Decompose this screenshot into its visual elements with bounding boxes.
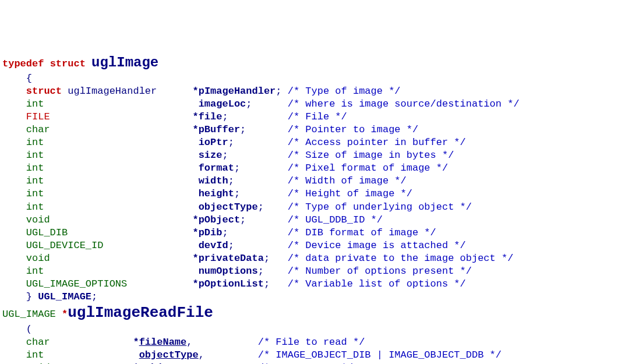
- member-comment: /* Access pointer in buffer */: [288, 137, 466, 148]
- member-comment: /* Size of image in bytes */: [288, 150, 454, 161]
- member-name: devId: [199, 240, 228, 251]
- member-comment: /* Number of options present */: [288, 266, 472, 277]
- member-comment: /* where is image source/destination */: [288, 98, 520, 109]
- member-name: objectType: [199, 202, 258, 213]
- code-line: (: [2, 323, 623, 336]
- member-name: format: [199, 162, 234, 174]
- code-line: UGL_DEVICE_ID devId; /* Device image is …: [2, 239, 623, 252]
- pointer-star: *: [192, 253, 198, 264]
- code-line: int width; /* Width of image */: [2, 175, 623, 188]
- member-comment: /* Width of image */: [288, 175, 407, 186]
- member-type-keyword: struct: [26, 86, 62, 97]
- code-line: void *pObject; /* UGL_DDB_ID */: [2, 214, 623, 227]
- code-line: UGL_IMAGE_OPTIONS *pOptionList; /* Varia…: [2, 278, 623, 291]
- member-type: UGL_IMAGE_OPTIONS: [26, 278, 193, 289]
- member-type: FILE: [26, 111, 193, 122]
- semicolon: ;: [240, 214, 246, 225]
- typedef-keyword: typedef: [2, 58, 44, 69]
- member-name: pImageHandler: [199, 86, 276, 97]
- member-type: UGL_DIB: [26, 227, 193, 238]
- pointer-star: *: [62, 309, 68, 320]
- code-line: {: [2, 72, 623, 85]
- struct-name: uglImage: [91, 55, 158, 70]
- member-name: size: [199, 150, 223, 161]
- member-type: int: [26, 98, 193, 109]
- semicolon: ;: [258, 202, 264, 213]
- close-brace: }: [26, 291, 32, 302]
- code-line: int objectType, /* IMAGE_OBJECT_DIB | IM…: [2, 349, 623, 362]
- code-line: UGL_DIB *pDib; /* DIB format of image */: [2, 227, 623, 239]
- semicolon: ;: [222, 111, 228, 122]
- semicolon: ;: [264, 253, 270, 264]
- semicolon: ;: [258, 266, 264, 277]
- code-line: struct uglImageHandler *pImageHandler; /…: [2, 85, 623, 98]
- member-type: int: [26, 188, 193, 199]
- member-comment: /* data private to the image object */: [288, 253, 514, 264]
- member-type: UGL_DEVICE_ID: [26, 240, 193, 251]
- semicolon: ;: [228, 137, 234, 148]
- member-comment: /* Device image is attached */: [288, 240, 466, 251]
- semicolon: ;: [264, 278, 270, 289]
- comma: ,: [199, 349, 204, 361]
- member-type: void: [26, 214, 193, 225]
- code-line: int numOptions; /* Number of options pre…: [2, 265, 623, 278]
- member-type: int: [26, 137, 193, 148]
- semicolon: ;: [228, 175, 234, 186]
- member-name: file: [199, 111, 223, 122]
- semicolon: ;: [234, 162, 240, 174]
- param-name: fileName: [139, 337, 187, 348]
- open-brace: {: [26, 73, 32, 84]
- semicolon: ;: [240, 124, 246, 135]
- struct-keyword: struct: [50, 58, 86, 69]
- member-comment: /* File */: [288, 111, 347, 122]
- param-type: char: [26, 337, 133, 348]
- comma: ,: [186, 337, 192, 348]
- member-comment: /* Pointer to image */: [288, 124, 418, 135]
- pointer-star: *: [133, 337, 139, 348]
- function-name: uglImageReadFile: [68, 304, 213, 321]
- member-comment: /* DIB format of image */: [288, 227, 436, 238]
- semicolon: ;: [276, 86, 281, 97]
- member-name: privateData: [199, 253, 264, 264]
- member-name: width: [199, 175, 228, 186]
- semicolon: ;: [234, 188, 240, 199]
- typedef-alias: UGL_IMAGE: [38, 291, 91, 302]
- code-line: int height; /* Height of image */: [2, 188, 623, 200]
- semicolon: ;: [246, 98, 252, 109]
- pointer-star: *: [192, 111, 198, 122]
- semicolon: ;: [91, 291, 97, 302]
- code-line: int imageLoc; /* where is image source/d…: [2, 98, 623, 111]
- member-comment: /* Type of image */: [288, 86, 401, 97]
- code-line: int objectType; /* Type of underlying ob…: [2, 201, 623, 214]
- open-paren: (: [26, 324, 32, 335]
- param-comment: /* File to read */: [258, 337, 365, 348]
- code-line: typedef struct uglImage: [2, 54, 623, 72]
- member-comment: /* Type of underlying object */: [288, 202, 472, 213]
- code-line: int format; /* Pixel format of image */: [2, 162, 623, 175]
- member-comment: /* UGL_DDB_ID */: [288, 214, 383, 225]
- member-comment: /* Variable list of options */: [288, 278, 466, 289]
- code-line: UGL_IMAGE *uglImageReadFile: [2, 303, 623, 323]
- member-type: int: [26, 150, 193, 161]
- member-type-extra: uglImageHandler: [68, 86, 192, 97]
- pointer-star: *: [192, 278, 198, 289]
- pointer-star: *: [192, 86, 198, 97]
- member-name: numOptions: [199, 266, 258, 277]
- member-comment: /* Pixel format of image */: [288, 162, 448, 174]
- pointer-star: *: [192, 227, 198, 238]
- member-name: pObject: [199, 214, 240, 225]
- member-type: int: [26, 162, 193, 174]
- member-name: imageLoc: [199, 98, 246, 109]
- member-type: void: [26, 253, 193, 264]
- code-line: char *fileName, /* File to read */: [2, 336, 623, 349]
- code-listing: typedef struct uglImage { struct uglImag…: [2, 54, 623, 364]
- semicolon: ;: [222, 227, 228, 238]
- pointer-star: *: [192, 124, 198, 135]
- member-type: int: [26, 202, 193, 213]
- member-name: height: [199, 188, 234, 199]
- member-name: pDib: [199, 227, 223, 238]
- member-name: ioPtr: [199, 137, 228, 148]
- member-type: int: [26, 266, 193, 277]
- member-name: pBuffer: [199, 124, 240, 135]
- semicolon: ;: [222, 150, 228, 161]
